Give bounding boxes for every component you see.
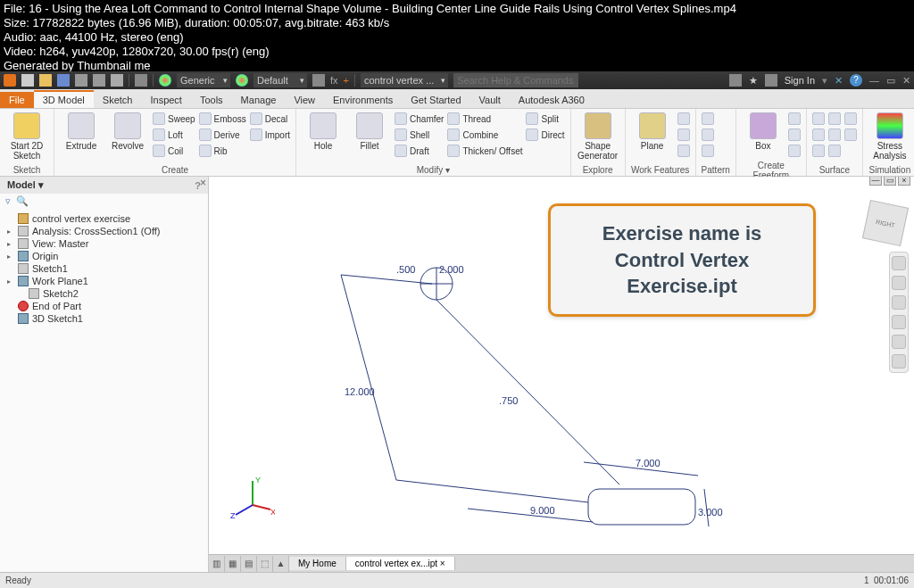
browser-title[interactable]: Model ▾: [7, 179, 44, 191]
view-strip-icon[interactable]: ▥: [209, 556, 225, 572]
s1[interactable]: [812, 111, 825, 127]
chamfer-button[interactable]: Chamfer: [395, 111, 444, 127]
thread-button[interactable]: Thread: [447, 111, 522, 127]
mirror-button[interactable]: [702, 143, 714, 159]
s3[interactable]: [812, 143, 825, 159]
ff2-button[interactable]: [788, 127, 801, 143]
decal-button[interactable]: Decal: [250, 111, 290, 127]
undo-icon[interactable]: [75, 74, 87, 87]
view-cube[interactable]: RIGHT: [862, 200, 909, 246]
plane-button[interactable]: Plane: [631, 111, 674, 151]
tree-3dsketch1[interactable]: 3D Sketch1: [4, 312, 204, 325]
point-button[interactable]: [677, 127, 690, 143]
s5[interactable]: [828, 127, 841, 143]
tab-environments[interactable]: Environments: [324, 92, 402, 108]
s8[interactable]: [844, 127, 857, 143]
view-tile-icon[interactable]: ▦: [225, 556, 241, 572]
view-list-icon[interactable]: ▤: [241, 556, 257, 572]
combine-button[interactable]: Combine: [447, 127, 522, 143]
stress-analysis-button[interactable]: Stress Analysis: [868, 111, 911, 161]
revolve-button[interactable]: Revolve: [106, 111, 149, 151]
group-label-modify[interactable]: Modify ▾: [302, 163, 565, 176]
rect-pattern-button[interactable]: [702, 111, 714, 127]
import-button[interactable]: Import: [250, 127, 290, 143]
start-2d-sketch-button[interactable]: Start 2D Sketch: [5, 111, 48, 161]
sweep-button[interactable]: Sweep: [153, 111, 195, 127]
find-icon[interactable]: 🔍: [16, 195, 29, 207]
tab-a360[interactable]: Autodesk A360: [510, 92, 594, 108]
home-icon[interactable]: [111, 74, 123, 87]
browser-close-icon[interactable]: ×: [200, 177, 206, 189]
shell-button[interactable]: Shell: [395, 127, 444, 143]
ff1-button[interactable]: [788, 111, 801, 127]
zoom-icon[interactable]: [892, 295, 906, 310]
split-button[interactable]: Split: [526, 111, 564, 127]
shape-generator-button[interactable]: Shape Generator: [577, 111, 619, 161]
tab-tools[interactable]: Tools: [191, 92, 232, 108]
close-button[interactable]: ✕: [902, 75, 910, 87]
tab-my-home[interactable]: My Home: [289, 557, 346, 570]
tree-view[interactable]: View: Master: [4, 237, 204, 250]
tab-sketch[interactable]: Sketch: [94, 92, 142, 108]
direct-button[interactable]: Direct: [526, 127, 564, 143]
filter-icon[interactable]: ▿: [5, 195, 11, 207]
derive-button[interactable]: Derive: [199, 127, 246, 143]
view-arrange-icon[interactable]: ⬚: [257, 556, 273, 572]
tree-end-of-part[interactable]: End of Part: [4, 300, 204, 312]
signin-link[interactable]: Sign In: [785, 75, 815, 86]
file-tab[interactable]: File: [0, 92, 34, 108]
maximize-button[interactable]: ▭: [886, 75, 895, 87]
fillet-button[interactable]: Fillet: [348, 111, 391, 151]
emboss-button[interactable]: Emboss: [199, 111, 246, 127]
tab-vault[interactable]: Vault: [470, 92, 510, 108]
tab-get-started[interactable]: Get Started: [402, 92, 469, 108]
user-icon[interactable]: [765, 74, 777, 87]
tab-document[interactable]: control vertex ex...ipt ×: [346, 557, 455, 570]
help-search-input[interactable]: [453, 73, 578, 87]
loft-button[interactable]: Loft: [153, 127, 195, 143]
tree-analysis[interactable]: Analysis: CrossSection1 (Off): [4, 225, 204, 237]
draft-button[interactable]: Draft: [395, 143, 444, 159]
s7[interactable]: [844, 111, 857, 127]
appearance-combo[interactable]: Default: [253, 73, 307, 87]
lookat-icon[interactable]: [892, 335, 906, 349]
tab-3d-model[interactable]: 3D Model: [34, 90, 94, 108]
document-dropdown[interactable]: control vertex ...: [361, 73, 448, 87]
s4[interactable]: [828, 111, 841, 127]
minimize-button[interactable]: —: [869, 75, 879, 86]
tab-inspect[interactable]: Inspect: [141, 92, 190, 108]
tree-sketch1[interactable]: Sketch1: [4, 262, 204, 275]
extrude-button[interactable]: Extrude: [60, 111, 103, 151]
tab-nav-up[interactable]: ▲: [273, 556, 289, 572]
tree-workplane1[interactable]: Work Plane1: [4, 275, 204, 287]
orbit-icon[interactable]: [892, 315, 906, 329]
ff3-button[interactable]: [788, 143, 801, 159]
tab-manage[interactable]: Manage: [232, 92, 286, 108]
tree-sketch2[interactable]: Sketch2: [4, 287, 204, 300]
s2[interactable]: [812, 127, 825, 143]
material-combo[interactable]: Generic: [177, 73, 230, 87]
save-icon[interactable]: [57, 74, 70, 87]
box-button[interactable]: Box: [742, 111, 785, 151]
select-icon[interactable]: [135, 74, 147, 87]
hole-button[interactable]: Hole: [302, 111, 345, 151]
redo-icon[interactable]: [93, 74, 105, 87]
axis-button[interactable]: [677, 111, 690, 127]
new-icon[interactable]: [21, 74, 34, 87]
tree-root[interactable]: control vertex exercise: [4, 212, 204, 225]
fullnav-icon[interactable]: [892, 354, 906, 369]
circ-pattern-button[interactable]: [702, 127, 714, 143]
graphics-canvas[interactable]: — ▭ × .500 2.000 12.000 .750 9.000: [209, 177, 914, 572]
tree-origin[interactable]: Origin: [4, 250, 204, 262]
thicken-button[interactable]: Thicken/ Offset: [447, 143, 522, 159]
tab-view[interactable]: View: [285, 92, 324, 108]
pan-icon[interactable]: [892, 276, 906, 290]
s6[interactable]: [828, 143, 841, 159]
steering-wheel-icon[interactable]: [892, 256, 906, 270]
adjust-icon[interactable]: [312, 74, 325, 87]
exchange-icon[interactable]: ✕: [835, 75, 843, 87]
favorite-icon[interactable]: [729, 74, 742, 87]
open-icon[interactable]: [39, 74, 52, 87]
ucs-button[interactable]: [677, 143, 690, 159]
coil-button[interactable]: Coil: [153, 143, 195, 159]
